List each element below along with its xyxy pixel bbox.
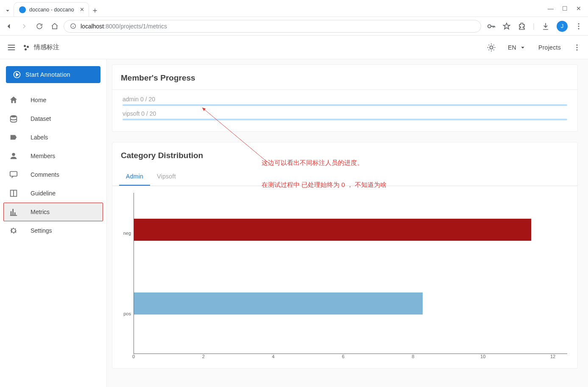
start-annotation-label: Start Annotation: [25, 71, 70, 78]
progress-label: vipsoft 0 / 20: [123, 110, 567, 117]
label-icon: [8, 133, 19, 142]
svg-point-8: [577, 44, 578, 45]
sidebar-item-settings[interactable]: Settings: [3, 221, 103, 240]
play-circle-icon: [13, 70, 21, 79]
book-icon: [8, 189, 19, 198]
tabs-dropdown-button[interactable]: [2, 5, 14, 17]
sidebar-item-dataset[interactable]: Dataset: [3, 109, 103, 128]
minimize-button[interactable]: —: [548, 5, 554, 12]
downloads-icon[interactable]: [541, 22, 550, 31]
svg-point-6: [578, 28, 580, 29]
sidebar-item-label: Metrics: [31, 209, 50, 215]
chevron-down-icon: [519, 44, 527, 51]
svg-point-4: [578, 23, 580, 24]
person-icon: [8, 151, 19, 161]
sidebar-item-label: Labels: [31, 134, 48, 141]
svg-point-3: [488, 25, 491, 28]
omnibox[interactable]: localhost:8000/projects/1/metrics: [64, 20, 481, 33]
x-axis-tick: 4: [272, 354, 275, 359]
member-progress-row: vipsoft 0 / 20: [123, 110, 567, 120]
home-button[interactable]: [51, 22, 59, 30]
sidebar-item-comments[interactable]: Comments: [3, 165, 103, 184]
project-brand[interactable]: 情感标注: [23, 43, 59, 51]
reload-button[interactable]: [36, 22, 43, 30]
start-annotation-button[interactable]: Start Annotation: [6, 66, 100, 83]
tab-vipsoft[interactable]: Vipsoft: [150, 167, 183, 186]
maximize-button[interactable]: ☐: [562, 5, 568, 12]
tab-title: doccano - doccano: [29, 7, 74, 13]
back-button[interactable]: [5, 22, 13, 30]
sidebar-item-label: Settings: [31, 227, 52, 234]
comment-icon: [8, 170, 19, 179]
browser-address-bar: localhost:8000/projects/1/metrics | J: [0, 17, 588, 36]
sidebar-item-label: Dataset: [31, 115, 51, 122]
bar-pos: [134, 292, 423, 315]
svg-point-9: [577, 47, 578, 48]
language-label: EN: [508, 44, 516, 51]
app-menu-icon[interactable]: [573, 43, 581, 52]
sidebar-item-labels[interactable]: Labels: [3, 128, 103, 147]
language-selector[interactable]: EN: [508, 44, 527, 51]
project-name: 情感标注: [34, 43, 59, 51]
theme-toggle-icon[interactable]: [487, 43, 496, 52]
new-tab-button[interactable]: [89, 5, 101, 17]
chrome-menu-icon[interactable]: [574, 22, 583, 31]
card-title: Category Distribution: [112, 142, 577, 167]
projects-link[interactable]: Projects: [538, 44, 561, 51]
url-text: localhost:8000/projects/1/metrics: [81, 23, 167, 30]
x-axis-tick: 2: [202, 354, 205, 359]
home-icon: [8, 95, 19, 105]
svg-point-13: [12, 153, 15, 156]
card-title: Member's Progress: [112, 65, 577, 89]
progress-label: admin 0 / 20: [123, 96, 567, 103]
gear-icon: [8, 226, 19, 235]
members-progress-card: Member's Progress admin 0 / 20vipsoft 0 …: [112, 64, 578, 132]
y-axis-label: neg: [123, 231, 131, 236]
y-axis-label: pos: [123, 311, 131, 316]
category-bar-chart: negpos 024681012: [112, 186, 577, 368]
main-content: Member's Progress admin 0 / 20vipsoft 0 …: [107, 59, 588, 387]
browser-tab-strip: doccano - doccano ✕ — ☐ ✕: [0, 0, 588, 17]
menu-toggle-button[interactable]: [7, 43, 16, 52]
distribution-tabs: AdminVipsoft: [112, 167, 577, 186]
sidebar-item-label: Comments: [31, 171, 59, 178]
x-axis-tick: 12: [550, 354, 555, 359]
profile-avatar[interactable]: J: [557, 21, 568, 32]
close-tab-icon[interactable]: ✕: [80, 6, 84, 13]
category-distribution-card: Category Distribution AdminVipsoft 这边可以看…: [112, 142, 578, 369]
svg-point-5: [578, 25, 580, 27]
bar-neg: [134, 219, 531, 241]
extensions-icon[interactable]: [518, 22, 526, 31]
browser-tab[interactable]: doccano - doccano ✕: [14, 2, 89, 17]
sidebar-item-metrics[interactable]: Metrics: [3, 203, 103, 221]
svg-rect-14: [10, 172, 17, 176]
x-axis-tick: 8: [412, 354, 414, 359]
progress-bar: [123, 104, 567, 106]
x-axis-tick: 6: [342, 354, 344, 359]
chart-icon: [8, 207, 19, 217]
tab-admin[interactable]: Admin: [119, 167, 150, 186]
sidebar-item-label: Home: [31, 97, 46, 103]
sidebar: Start Annotation HomeDatasetLabelsMember…: [0, 59, 107, 387]
sidebar-item-home[interactable]: Home: [3, 91, 103, 109]
password-manager-icon[interactable]: [486, 22, 496, 31]
x-axis-tick: 10: [480, 354, 485, 359]
forward-button[interactable]: [20, 22, 28, 30]
doccano-logo-icon: [23, 44, 30, 51]
sidebar-item-members[interactable]: Members: [3, 147, 103, 165]
progress-bar: [123, 119, 567, 120]
favicon-icon: [19, 6, 26, 13]
svg-point-7: [490, 46, 493, 49]
svg-point-12: [11, 115, 17, 118]
bookmark-star-icon[interactable]: [502, 22, 511, 31]
site-info-icon[interactable]: [70, 23, 76, 29]
close-window-button[interactable]: ✕: [576, 5, 581, 12]
member-progress-row: admin 0 / 20: [123, 96, 567, 106]
sidebar-item-guideline[interactable]: Guideline: [3, 184, 103, 203]
sidebar-item-label: Guideline: [31, 190, 56, 197]
divider: |: [533, 22, 535, 30]
app-header: 情感标注 EN Projects: [0, 36, 588, 59]
window-controls: — ☐ ✕: [548, 5, 585, 12]
database-icon: [8, 114, 19, 123]
svg-point-10: [577, 49, 578, 50]
